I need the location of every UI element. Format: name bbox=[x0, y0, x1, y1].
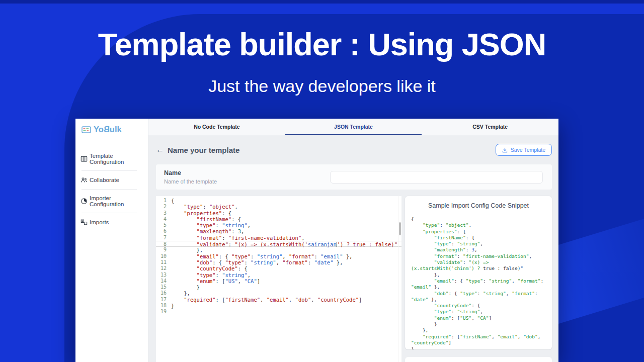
logo-icon bbox=[82, 126, 91, 133]
editor-scrollbar-track bbox=[398, 196, 401, 362]
importer-icon bbox=[80, 198, 88, 205]
bottom-card-cutoff bbox=[405, 357, 552, 362]
code-line: "maxlength": 3, bbox=[411, 247, 546, 253]
code-line: }, bbox=[411, 272, 546, 278]
code-line: 15 } bbox=[156, 284, 401, 290]
json-code-editor[interactable]: 1{2 "type": "object",3 "properties": {4 … bbox=[156, 196, 401, 362]
save-template-label: Save Template bbox=[511, 147, 545, 153]
code-line: "dob": { "type": "string", "format": "da… bbox=[411, 291, 546, 303]
code-line: "properties": { bbox=[411, 229, 546, 235]
sidebar-item-label: Imports bbox=[90, 219, 109, 225]
template-name-input[interactable] bbox=[330, 171, 543, 184]
columns-icon bbox=[80, 155, 88, 162]
logo-wordmark: YoBulk bbox=[94, 125, 122, 134]
name-card: Name Name of the template bbox=[156, 164, 552, 190]
main-panel: No Code Template JSON Template CSV Templ… bbox=[148, 119, 558, 362]
code-line: 7 "format": "first-name-validation", bbox=[156, 235, 401, 241]
code-line: "required": ["firstName", "email", "dob"… bbox=[411, 334, 546, 346]
code-line: 10 "email": { "type": "string", "format"… bbox=[156, 253, 401, 259]
name-label: Name bbox=[164, 169, 217, 176]
code-line: "type": "string", bbox=[411, 241, 546, 247]
code-line: 16 }, bbox=[156, 290, 401, 296]
code-line: 13 "type": "string", bbox=[156, 272, 401, 278]
content-area: ← Name your template Save Template Name … bbox=[148, 136, 558, 362]
sample-snippet-card: Sample Import Config Code Snippet { "typ… bbox=[405, 196, 552, 349]
app-window: YoBulk Template Configuration Co bbox=[75, 119, 558, 362]
download-icon bbox=[502, 147, 508, 153]
code-line: 5 "type": "string", bbox=[156, 222, 401, 228]
code-line: 3 "properties": { bbox=[156, 210, 401, 216]
users-icon bbox=[80, 176, 88, 184]
editor-scrollbar-thumb[interactable] bbox=[399, 222, 401, 235]
code-line: 4 "firstName": { bbox=[156, 216, 401, 222]
back-arrow-icon[interactable]: ← bbox=[156, 146, 164, 154]
sidebar-item-template-configuration[interactable]: Template Configuration bbox=[75, 147, 148, 170]
sidebar-item-label: Importer Configuration bbox=[90, 195, 145, 207]
tab-json-template[interactable]: JSON Template bbox=[285, 119, 422, 135]
code-line: 11 "dob": { "type": "string", "format": … bbox=[156, 259, 401, 265]
code-line: 12 "countryCode": { bbox=[156, 265, 401, 272]
code-line: 6 "maxlength": 3, bbox=[156, 228, 401, 234]
code-line: 19 bbox=[156, 309, 401, 315]
code-line: 17 "required": ["firstName", "email", "d… bbox=[156, 297, 401, 303]
code-line: } bbox=[411, 346, 546, 349]
page-title: Name your template bbox=[168, 146, 239, 154]
code-line: 14 "enum": ["US", "CA"] bbox=[156, 278, 401, 284]
code-line: "email": { "type": "string", "format": "… bbox=[411, 278, 546, 291]
sidebar-item-collaborate[interactable]: Collaborate bbox=[75, 171, 148, 189]
sidebar-item-importer-configuration[interactable]: Importer Configuration bbox=[75, 190, 148, 213]
code-line: "format": "first-name-validation", bbox=[411, 253, 546, 259]
yobulk-logo[interactable]: YoBulk bbox=[82, 125, 148, 134]
tab-csv-template[interactable]: CSV Template bbox=[422, 119, 558, 135]
sidebar-item-label: Template Configuration bbox=[90, 153, 145, 165]
code-line: } bbox=[411, 321, 546, 327]
hero-title: Template builder : Using JSON bbox=[0, 26, 644, 62]
save-template-button[interactable]: Save Template bbox=[496, 144, 552, 156]
sidebar: YoBulk Template Configuration Co bbox=[75, 119, 148, 362]
name-hint: Name of the template bbox=[164, 178, 217, 185]
tab-bar: No Code Template JSON Template CSV Templ… bbox=[148, 119, 558, 136]
code-line: 1{ bbox=[156, 198, 401, 204]
code-line: "type": "object", bbox=[411, 222, 546, 228]
code-line: 18} bbox=[156, 303, 401, 309]
snippet-code: { "type": "object", "properties": { "fir… bbox=[405, 213, 552, 349]
snippet-title: Sample Import Config Code Snippet bbox=[405, 196, 552, 213]
tab-no-code-template[interactable]: No Code Template bbox=[148, 119, 285, 135]
sidebar-item-label: Collaborate bbox=[90, 177, 119, 183]
code-line: 2 "type": "object", bbox=[156, 204, 401, 210]
background-top-strip bbox=[0, 0, 644, 4]
code-line: "enum": ["US", "CA"] bbox=[411, 315, 546, 321]
right-column: Sample Import Config Code Snippet { "typ… bbox=[405, 196, 552, 362]
sidebar-item-imports[interactable]: Imports bbox=[75, 213, 148, 231]
sidebar-nav: Template Configuration Collaborate Impor bbox=[75, 147, 148, 231]
code-line: "validate": "(x) => (x.startsWith('chinm… bbox=[411, 259, 546, 272]
code-line: }, bbox=[411, 327, 546, 333]
code-line: "type": "string", bbox=[411, 309, 546, 315]
code-line: "firstName": { bbox=[411, 235, 546, 241]
code-line: "countryCode": { bbox=[411, 303, 546, 309]
code-line: 9 }, bbox=[156, 247, 401, 253]
code-line: { bbox=[411, 216, 546, 222]
code-line: 8 "validate": "(x) => (x.startsWith('sai… bbox=[156, 241, 401, 247]
hero-subtitle: Just the way developers like it bbox=[0, 76, 644, 96]
imports-icon bbox=[80, 219, 88, 226]
